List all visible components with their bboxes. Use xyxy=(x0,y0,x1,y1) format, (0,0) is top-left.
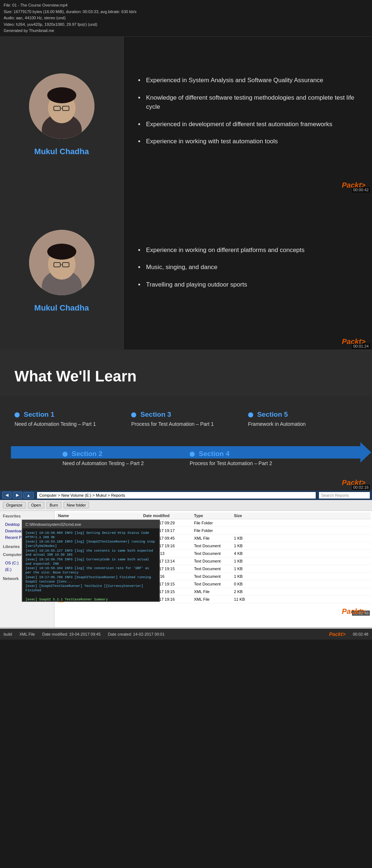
file-size: 1 KB xyxy=(234,559,263,563)
section5-desc: Framework in Automation xyxy=(248,421,357,428)
terminal-line: [exec] 19:16:55.127 INFO [log] the conte… xyxy=(25,549,156,557)
section-dot xyxy=(190,452,195,457)
svg-point-5 xyxy=(47,87,76,103)
file-type: XML File xyxy=(194,536,234,540)
bullet-item: Knowledge of different software testing … xyxy=(138,93,357,112)
section1-number: Section 1 xyxy=(15,411,124,419)
bottom-status-bar: build XML File Date modified: 19-04-2017… xyxy=(0,629,372,640)
file-info-line2: Size: 16779170 bytes (16.00 MiB), durati… xyxy=(4,9,368,15)
forward-button[interactable]: ▶ xyxy=(13,492,22,499)
status-date-created: Date created: 14-02-2017 00:01 xyxy=(108,632,165,636)
file-size: 1 KB xyxy=(234,536,263,540)
file-info-line5: Generated by Thumbnail.me xyxy=(4,28,368,34)
panel2-name: Mukul Chadha xyxy=(34,303,89,313)
panel2-left: Mukul Chadha xyxy=(0,193,124,349)
panel2-bullets: Experience in working on different platf… xyxy=(138,245,357,297)
desktop-section: ◀ ▶ ▲ Computer > New Volume (E:) > Mukul… xyxy=(0,491,372,629)
status-date-modified: Date modified: 19-04-2017 09:45 xyxy=(42,632,101,636)
terminal-window: C:\Windows\system32\cmd.exe [exec] 19:16… xyxy=(22,520,160,602)
bullet-item: Experienced in development of different … xyxy=(138,120,357,129)
file-info-line3: Audio: aac, 44100 Hz, stereo (und) xyxy=(4,15,368,21)
section-item-4: Section 4 Process for Test Automation – … xyxy=(186,450,313,467)
back-button[interactable]: ◀ xyxy=(2,492,12,499)
bullet-item: Travelling and playing outdoor sports xyxy=(138,280,357,289)
file-size: 2 KB xyxy=(234,589,263,594)
timestamp3: 00:02:16 xyxy=(352,485,370,490)
section-dot xyxy=(15,412,20,417)
col-size: Size xyxy=(234,513,263,518)
section5-number: Section 5 xyxy=(248,411,357,419)
status-build: build xyxy=(4,632,12,636)
section2-desc: Need of Automation Testing – Part 2 xyxy=(62,460,182,467)
panel1: Mukul Chadha Experienced in System Analy… xyxy=(0,37,372,193)
packt-corner: Packt> xyxy=(329,631,346,637)
section-dot xyxy=(131,412,136,417)
organize-button[interactable]: Organize xyxy=(3,502,26,508)
section3-desc: Process for Test Automation – Part 1 xyxy=(131,421,240,428)
search-box[interactable]: Search Reports xyxy=(319,492,370,499)
file-size: 1 KB xyxy=(234,567,263,571)
section4-desc: Process for Test Automation – Part 2 xyxy=(190,460,310,467)
avatar2 xyxy=(29,230,94,295)
file-type: Text Document xyxy=(194,582,234,586)
timeline-section: Section 1 Need of Automation Testing – P… xyxy=(0,396,372,491)
file-type: XML File xyxy=(194,589,234,594)
terminal-line: [exec] [SoapUITestCaseRunner] TestSuite … xyxy=(25,584,156,593)
bullet-item: Experience in working with test automati… xyxy=(138,137,357,146)
file-size: 0 KB xyxy=(234,582,263,586)
terminal-line: [exec] 19:17:05.788 INFO [SoapUITestCase… xyxy=(25,576,156,584)
bullet-item: Experienced in System Analysis and Softw… xyxy=(138,76,357,85)
col-type: Type xyxy=(194,513,234,518)
file-size: 4 KB xyxy=(234,551,263,556)
section1-desc: Need of Automation Testing – Part 1 xyxy=(15,421,124,428)
section-dot xyxy=(248,412,253,417)
panel2-right: Experience in working on different platf… xyxy=(124,193,372,349)
final-timestamp: 00:02:48 xyxy=(353,632,368,636)
address-bar[interactable]: Computer > New Volume (E:) > Mukul > Rep… xyxy=(37,492,316,499)
section-dot xyxy=(62,452,68,457)
file-type: File Folder xyxy=(194,528,234,533)
burn-button[interactable]: Burn xyxy=(46,502,61,508)
panel1-name: Mukul Chadha xyxy=(34,147,89,156)
col-name: Name xyxy=(56,513,143,518)
sections-bottom-row: Section 2 Need of Automation Testing – P… xyxy=(11,450,361,467)
file-size: 1 KB xyxy=(234,544,263,548)
packt-logo5: Packt> xyxy=(329,631,346,637)
terminal-line: [exec] 19:16:58.104 INFO [log] the conve… xyxy=(25,567,156,575)
file-type: File Folder xyxy=(194,521,234,525)
terminal-line: [exec] 19:16:56.756 INFO [log] CurrencyC… xyxy=(25,558,156,566)
section4-number: Section 4 xyxy=(190,450,310,458)
learn-title: What We'll Learn xyxy=(15,368,357,385)
terminal-line: [exec] 19:16:50.009 INFO [log] Setting D… xyxy=(25,531,156,540)
open-button[interactable]: Open xyxy=(28,502,44,508)
timestamp2: 00:01:24 xyxy=(352,344,370,349)
terminal-line xyxy=(25,593,156,598)
file-type: Text Document xyxy=(194,551,234,556)
terminal-title: C:\Windows\system32\cmd.exe xyxy=(25,522,81,527)
file-info-line4: Video: h264, yuv420p, 1920x1080, 29.97 f… xyxy=(4,21,368,28)
section-item-2: Section 2 Need of Automation Testing – P… xyxy=(59,450,186,467)
packt-logo4: Packt> xyxy=(342,607,365,616)
terminal-titlebar: C:\Windows\system32\cmd.exe xyxy=(23,520,159,528)
panel1-left: Mukul Chadha xyxy=(0,37,124,193)
bullet-item: Music, singing, and dance xyxy=(138,263,357,272)
section2-number: Section 2 xyxy=(62,450,182,458)
section3-number: Section 3 xyxy=(131,411,240,419)
section-item-5: Section 5 Framework in Automation xyxy=(244,411,361,428)
up-button[interactable]: ▲ xyxy=(23,492,34,499)
avatar xyxy=(29,73,94,139)
file-info-line1: File: 01 - The Course Overview.mp4 xyxy=(4,2,368,9)
panel2: Mukul Chadha Experience in working on di… xyxy=(0,193,372,349)
terminal-line: [exec] 19:16:53.189 INFO [log] [SoapUITe… xyxy=(25,540,156,548)
section-item-1: Section 1 Need of Automation Testing – P… xyxy=(11,411,128,428)
learn-section: What We'll Learn xyxy=(0,349,372,396)
favorites-header: Favorites xyxy=(3,514,51,518)
timestamp1: 00:00:42 xyxy=(352,187,370,192)
bullet-item: Experience in working on different platf… xyxy=(138,245,357,255)
panel1-right: Experienced in System Analysis and Softw… xyxy=(124,37,372,193)
terminal-line: [exec] SoapUI 5.2.1 TestCaseRunner Summa… xyxy=(25,598,156,601)
section-item-3: Section 3 Process for Test Automation – … xyxy=(128,411,244,428)
file-info-bar: File: 01 - The Course Overview.mp4 Size:… xyxy=(0,0,372,37)
sections-top-row: Section 1 Need of Automation Testing – P… xyxy=(11,411,361,435)
new-folder-button[interactable]: New folder xyxy=(64,502,89,508)
